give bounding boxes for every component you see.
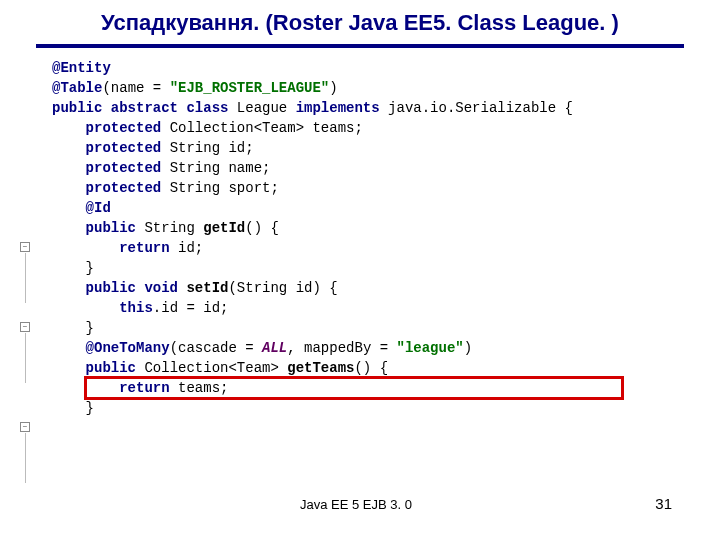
fold-line	[25, 433, 26, 483]
slide-title: Успадкування. (Roster Java EE5. Class Le…	[0, 0, 720, 44]
code-line: }	[18, 398, 702, 418]
code-line: public String getId() {	[18, 218, 702, 238]
code-line: return teams;	[18, 378, 702, 398]
fold-line	[25, 333, 26, 383]
code-line: public Collection<Team> getTeams() {	[18, 358, 702, 378]
code-line: protected Collection<Team> teams;	[18, 118, 702, 138]
title-underline	[36, 44, 684, 48]
code-line: protected String name;	[18, 158, 702, 178]
fold-icon[interactable]	[20, 242, 30, 252]
code-line: public abstract class League implements …	[18, 98, 702, 118]
code-line: protected String id;	[18, 138, 702, 158]
code-line: @OneToMany(cascade = ALL, mappedBy = "le…	[18, 338, 702, 358]
code-line: protected String sport;	[18, 178, 702, 198]
fold-icon[interactable]	[20, 422, 30, 432]
code-line: public void setId(String id) {	[18, 278, 702, 298]
code-block: @Entity @Table(name = "EJB_ROSTER_LEAGUE…	[18, 58, 702, 418]
page-number: 31	[655, 495, 672, 512]
code-line: this.id = id;	[18, 298, 702, 318]
code-line: return id;	[18, 238, 702, 258]
code-line: }	[18, 318, 702, 338]
code-line: @Id	[18, 198, 702, 218]
fold-line	[25, 253, 26, 303]
code-line: }	[18, 258, 702, 278]
code-line: @Entity	[18, 58, 702, 78]
footer-text: Java EE 5 EJB 3. 0	[300, 497, 412, 512]
code-line: @Table(name = "EJB_ROSTER_LEAGUE")	[18, 78, 702, 98]
fold-icon[interactable]	[20, 322, 30, 332]
fold-gutter	[18, 58, 44, 418]
